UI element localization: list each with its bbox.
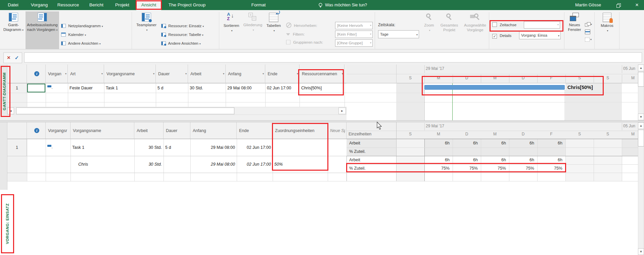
ressource-tabelle-button[interactable]: Ressource: Tabelle▾ <box>161 31 203 38</box>
close-window-button[interactable]: × <box>630 0 644 10</box>
ausgewaehlte-vorgaenge-button[interactable]: AusgewählteVorgänge <box>462 11 488 49</box>
split-view-icon[interactable] <box>585 30 590 34</box>
anfang-cell[interactable]: 29 Mai 08:00 <box>190 139 237 156</box>
detail-cell[interactable]: 6h <box>537 156 565 164</box>
makros-button[interactable]: Makros▾ <box>598 11 616 49</box>
column-header-anfang-bottom[interactable]: Anfang <box>190 122 237 139</box>
column-header-ende[interactable]: Ende▾ <box>265 65 300 83</box>
scroll-down-button[interactable]: ▼ <box>638 248 644 255</box>
sortieren-button[interactable]: A Z ↓ Sortieren▾ <box>221 11 242 49</box>
filter-arrow-icon[interactable]: ▾ <box>153 72 154 75</box>
detail-cell[interactable]: 6h <box>481 139 509 147</box>
andere-ansichten-button[interactable]: Andere Ansichten▾ <box>61 40 101 47</box>
neues-fenster-button[interactable]: NeuesFenster <box>565 11 584 49</box>
gantt-bar-task1[interactable] <box>424 85 565 90</box>
detail-row-label[interactable]: % Zuteil. <box>347 164 396 173</box>
confirm-entry-button[interactable]: ✓ <box>13 53 20 62</box>
filter-arrow-icon[interactable]: ▾ <box>101 72 103 75</box>
ende-cell[interactable]: 02 Jun 17:00 <box>265 83 300 93</box>
zeitachse-checkbox[interactable]: Zeitachse <box>492 21 516 29</box>
assignment-name-cell[interactable]: Chris <box>77 156 134 173</box>
kalender-button[interactable]: Kalender▾ <box>61 31 86 38</box>
scrollbar-thumb[interactable] <box>638 72 644 87</box>
assignment-zuordnung-cell[interactable]: 50% <box>273 156 328 173</box>
gantt-diagramm-button[interactable]: Gantt- Diagramm▾ <box>3 11 24 49</box>
detail-cell[interactable]: 6h <box>424 156 453 164</box>
teamplaner-button[interactable]: Teamplaner▾ <box>134 11 158 49</box>
cancel-entry-button[interactable]: × <box>5 53 12 62</box>
andere-ansichten-ressource-button[interactable]: Andere Ansichten▾ <box>161 40 201 47</box>
art-cell[interactable]: Feste Dauer <box>68 83 104 93</box>
assignment-ende-cell[interactable]: 02 Jun 17:00 <box>237 156 273 173</box>
column-header-vorgangsmodus[interactable]: Vorgan▾ <box>46 65 68 83</box>
dauer-cell[interactable]: 5 d <box>156 83 188 93</box>
row-number[interactable]: 1 <box>7 83 27 93</box>
scroll-right-button[interactable]: ► <box>338 108 346 114</box>
tell-me-search[interactable]: Was möchten Sie tun? <box>325 0 367 10</box>
column-header-ende-bottom[interactable]: Ende <box>237 122 273 139</box>
gliederung-button[interactable]: + − Gliederung▾ <box>242 11 263 49</box>
ende-cell[interactable]: 02 Jun 17:00 <box>237 139 273 156</box>
detail-cell[interactable]: 75% <box>481 164 509 173</box>
scrollbar-thumb[interactable] <box>16 108 234 114</box>
column-header-info[interactable]: i <box>27 65 46 83</box>
filter-arrow-icon[interactable]: ▾ <box>65 72 66 75</box>
column-header-arbeit[interactable]: Arbeit▾ <box>188 65 226 83</box>
dauer-cell[interactable]: 5 d <box>164 139 190 156</box>
gesamtes-projekt-button[interactable]: GesamtesProjekt <box>437 11 461 49</box>
filter-arrow-icon[interactable]: ▾ <box>263 72 264 75</box>
zoom-button[interactable]: Zoom▾ <box>422 11 436 49</box>
filter-arrow-icon[interactable]: ▾ <box>185 72 187 75</box>
column-header-info-bottom[interactable]: i <box>27 122 46 139</box>
filter-arrow-icon[interactable]: ▾ <box>342 72 343 75</box>
task-mode-cell[interactable]: → <box>46 83 68 93</box>
active-cell[interactable] <box>27 84 45 92</box>
column-header-ressourcennamen[interactable]: Ressourcennamen▾ <box>300 65 344 83</box>
arbeitsauslastung-button[interactable]: Arbeitsauslastung nach Vorgängen▾ <box>26 11 59 49</box>
detail-row-label[interactable]: % Zuteil. <box>347 147 396 156</box>
column-header-arbeit-bottom[interactable]: Arbeit <box>134 122 164 139</box>
task-name-cell[interactable]: Task 1 <box>104 83 156 93</box>
arbeit-cell[interactable]: 30 Std. <box>188 83 226 93</box>
tab-datei[interactable]: Datei <box>3 0 23 10</box>
arbeit-cell[interactable]: 30 Std. <box>134 139 164 156</box>
filtern-dropdown[interactable]: [Kein Filter]▾ <box>335 31 373 38</box>
column-header-anfang[interactable]: Anfang▾ <box>226 65 265 83</box>
scroll-up-button[interactable]: ▲ <box>638 122 644 129</box>
zeitachse-dropdown[interactable]: ▾ <box>524 21 560 29</box>
column-header-vorgangsmodus-bottom[interactable]: Vorgangsr <box>46 122 71 139</box>
detail-cell[interactable]: 75% <box>453 164 481 173</box>
detail-cell[interactable]: 6h <box>537 139 565 147</box>
select-all-corner-bottom[interactable] <box>7 122 27 139</box>
detail-cell[interactable]: 6h <box>453 156 481 164</box>
ressource-cell[interactable]: Chris[50%] <box>300 83 344 93</box>
assignment-anfang-cell[interactable]: 29 Mai 08:00 <box>190 156 237 173</box>
tab-format[interactable]: Format <box>247 0 270 10</box>
zeitskala-dropdown[interactable]: Tage▾ <box>378 30 419 38</box>
tab-vorgang[interactable]: Vorgang <box>28 0 50 10</box>
column-header-art[interactable]: Art▾ <box>68 65 104 83</box>
tabellen-button[interactable]: ⤾ Tabellen▾ <box>264 11 283 49</box>
detail-row-label[interactable]: Arbeit <box>347 139 396 147</box>
tab-ansicht[interactable]: Ansicht <box>136 0 161 10</box>
restore-window-button[interactable] <box>613 0 625 10</box>
row-number[interactable]: 1 <box>7 139 27 156</box>
ressource-einsatz-button[interactable]: Ressource: Einsatz▾ <box>161 22 204 30</box>
scroll-up-button[interactable]: ▲ <box>638 65 644 71</box>
hervorheben-dropdown[interactable]: [Keine Hervorh▾ <box>335 22 373 29</box>
detail-cell[interactable]: 6h <box>509 139 537 147</box>
hide-window-icon[interactable]: ▾ <box>585 38 592 42</box>
column-header-dauer-bottom[interactable]: Dauer <box>164 122 190 139</box>
scrollbar-thumb[interactable] <box>638 130 644 146</box>
filter-arrow-icon[interactable]: ▾ <box>297 72 298 75</box>
tab-bericht[interactable]: Bericht <box>86 0 107 10</box>
column-header-vorgangsname[interactable]: Vorgangsname▾ <box>104 65 156 83</box>
tab-ressource[interactable]: Ressource <box>56 0 81 10</box>
column-header-vorgangsname-bottom[interactable]: Vorgangsname <box>71 122 134 139</box>
column-header-dauer[interactable]: Dauer▾ <box>156 65 188 83</box>
tab-project-group[interactable]: The Project Group <box>165 0 210 10</box>
zuordnung-cell[interactable] <box>273 139 328 156</box>
anfang-cell[interactable]: 29 Mai 08:00 <box>226 83 265 93</box>
netzplandiagramm-button[interactable]: Netzplandiagramm▾ <box>61 22 103 30</box>
details-view-dropdown[interactable]: Vorgang: Einsa▾ <box>519 31 561 39</box>
